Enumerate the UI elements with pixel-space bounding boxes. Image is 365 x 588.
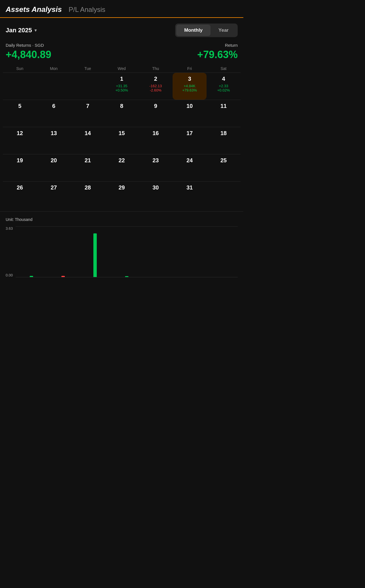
cal-day-value: +4.84K [184,84,196,88]
weekday-sun: Sun [3,66,37,71]
cal-cell-15[interactable]: 15 [105,127,139,154]
returns-summary: Daily Returns · SGD +4,840.89 Return +79… [0,40,243,63]
cal-cell-30[interactable]: 30 [139,182,173,208]
calendar-header: Sun Mon Tue Wed Thu Fri Sat [3,63,241,73]
weekday-mon: Mon [37,66,71,71]
cal-cell-3-today[interactable]: 3 +4.84K +79.63% [173,73,207,100]
returns-right: Return +79.63% [197,43,238,61]
cal-cell-empty [37,73,71,100]
chart-bars-area [16,226,238,277]
cal-day-number: 28 [85,184,91,191]
cal-cell-29[interactable]: 29 [105,182,139,208]
cal-day-pct: +0.50% [115,88,128,92]
cal-cell-11[interactable]: 11 [207,100,241,127]
cal-cell-5[interactable]: 5 [3,100,37,127]
cal-cell-25[interactable]: 25 [207,154,241,181]
cal-cell-7[interactable]: 7 [71,100,105,127]
cal-cell-2[interactable]: 2 -162.13 -2.60% [139,73,173,100]
cal-cell-26[interactable]: 26 [3,182,37,208]
cal-day-number: 7 [86,103,89,109]
month-label: Jan 2025 [6,27,32,34]
cal-cell-8[interactable]: 8 [105,100,139,127]
cal-day-number: 9 [154,103,157,109]
cal-day-value: +2.33 [219,84,228,88]
cal-day-number: 18 [220,130,227,137]
returns-value: +4,840.89 [6,49,51,61]
cal-day-number: 24 [186,157,193,164]
calendar-week-1: 1 +31.35 +0.50% 2 -162.13 -2.60% 3 +4.84… [3,73,241,100]
cal-day-number: 4 [222,76,225,82]
cal-cell-19[interactable]: 19 [3,154,37,181]
cal-cell-27[interactable]: 27 [37,182,71,208]
tab-pl-analysis[interactable]: P/L Analysis [68,6,105,14]
bar-group-2 [48,226,78,277]
return-label: Return [197,43,238,48]
cal-cell-20[interactable]: 20 [37,154,71,181]
cal-cell-28[interactable]: 28 [71,182,105,208]
cal-day-number: 10 [186,103,193,109]
return-pct-value: +79.63% [197,49,238,61]
cal-day-number: 22 [119,157,125,164]
app-header: Assets Analysis P/L Analysis [0,0,243,18]
cal-cell-31[interactable]: 31 [173,182,207,208]
cal-day-number: 30 [153,184,159,191]
cal-day-number: 27 [51,184,57,191]
cal-day-number: 15 [119,130,125,137]
cal-day-number: 11 [220,103,227,109]
cal-day-number: 3 [188,76,191,82]
cal-cell-22[interactable]: 22 [105,154,139,181]
cal-cell-empty [3,73,37,100]
bar-group-4 [112,226,141,277]
chart-y-labels: 3.63 0.00 [6,226,13,277]
cal-cell-18[interactable]: 18 [207,127,241,154]
calendar-week-5: 26 27 28 29 30 31 [3,181,241,208]
cal-cell-21[interactable]: 21 [71,154,105,181]
bar-group-5 [144,226,173,277]
cal-cell-6[interactable]: 6 [37,100,71,127]
cal-day-number: 8 [120,103,123,109]
tab-assets-analysis[interactable]: Assets Analysis [6,5,62,14]
cal-day-number: 12 [17,130,23,137]
controls-row: Jan 2025 ▼ Monthly Year [0,18,243,40]
cal-day-pct: +0.02% [217,88,230,92]
cal-cell-9[interactable]: 9 [139,100,173,127]
cal-cell-23[interactable]: 23 [139,154,173,181]
bar-group-1 [17,226,46,277]
cal-cell-16[interactable]: 16 [139,127,173,154]
cal-day-number: 17 [186,130,193,137]
cal-cell-17[interactable]: 17 [173,127,207,154]
cal-cell-empty [71,73,105,100]
cal-day-number: 21 [85,157,91,164]
cal-day-value: -162.13 [149,84,162,88]
toggle-monthly-button[interactable]: Monthly [176,25,211,36]
cal-day-number: 1 [120,76,123,82]
cal-day-number: 19 [17,157,23,164]
cal-cell-14[interactable]: 14 [71,127,105,154]
cal-cell-12[interactable]: 12 [3,127,37,154]
cal-cell-4[interactable]: 4 +2.33 +0.02% [207,73,241,100]
cal-cell-13[interactable]: 13 [37,127,71,154]
weekday-sat: Sat [207,66,241,71]
cal-day-pct: +79.63% [182,88,197,92]
bar-group-3 [80,226,110,277]
cal-cell-1[interactable]: 1 +31.35 +0.50% [105,73,139,100]
cal-day-number: 2 [154,76,157,82]
cal-cell-10[interactable]: 10 [173,100,207,127]
chart-unit-label: Unit: Thousand [6,217,238,222]
calendar-week-2: 5 6 7 8 9 10 11 [3,100,241,127]
cal-day-number: 14 [85,130,91,137]
cal-day-pct: -2.60% [150,88,161,92]
weekday-tue: Tue [71,66,105,71]
cal-cell-24[interactable]: 24 [173,154,207,181]
cal-day-number: 13 [51,130,57,137]
cal-day-number: 16 [153,130,159,137]
cal-day-number: 6 [52,103,55,109]
bar-group-6 [175,226,205,277]
month-selector[interactable]: Jan 2025 ▼ [6,27,38,34]
cal-day-number: 29 [119,184,125,191]
chart-baseline [16,277,238,277]
toggle-year-button[interactable]: Year [211,25,237,36]
calendar: Sun Mon Tue Wed Thu Fri Sat 1 +31.35 +0.… [0,63,243,208]
weekday-thu: Thu [139,66,173,71]
bars-inner [16,226,238,277]
